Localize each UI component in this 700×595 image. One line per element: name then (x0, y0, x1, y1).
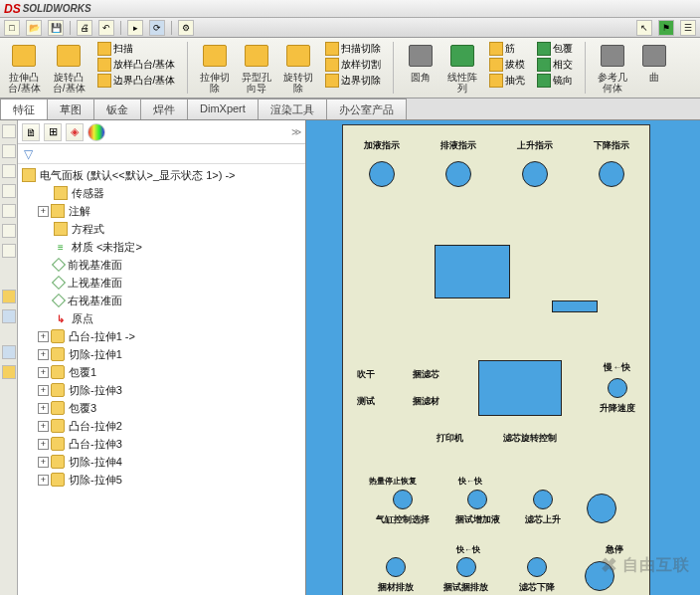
tree-item[interactable]: +切除-拉伸3 (18, 381, 305, 399)
ltb-btn-3[interactable] (2, 164, 16, 178)
qat-flag-icon[interactable]: ⚑ (658, 20, 674, 36)
tree-item[interactable]: +凸台-拉伸1 -> (18, 327, 305, 345)
tree-item[interactable]: +凸台-拉伸2 (18, 417, 305, 435)
expand-icon[interactable]: + (38, 457, 49, 468)
boundary-cut-button[interactable]: 边界切除 (325, 74, 381, 88)
tree-tab-feature-icon[interactable]: 🗎 (22, 123, 40, 141)
tree-item[interactable]: 上视基准面 (18, 274, 305, 292)
tab-特征[interactable]: 特征 (0, 99, 48, 119)
tree-item[interactable]: +注解 (18, 202, 305, 220)
draft-button[interactable]: 拔模 (489, 58, 525, 72)
tree-item[interactable]: ≡材质 <未指定> (18, 238, 305, 256)
loft-button[interactable]: 放样凸台/基体 (97, 58, 176, 72)
mirror-button[interactable]: 镜向 (537, 74, 573, 88)
extrude-button[interactable]: 拉伸凸 台/基体 (8, 72, 41, 94)
expand-icon[interactable]: + (38, 475, 49, 486)
ltb-btn-4[interactable] (2, 184, 16, 198)
hole-wizard-icon[interactable] (245, 45, 268, 67)
ltb-btn-5[interactable] (2, 204, 16, 218)
qat-save-icon[interactable]: 💾 (48, 20, 64, 36)
feature-icon (51, 437, 65, 451)
expand-icon[interactable]: + (38, 206, 49, 217)
sweep-button[interactable]: 扫描 (97, 42, 176, 56)
expand-icon[interactable]: + (38, 403, 49, 414)
qat-new-icon[interactable]: □ (4, 20, 20, 36)
cut-revolve-icon[interactable] (286, 45, 310, 67)
tree-item[interactable]: +切除-拉伸5 (18, 471, 305, 489)
cut-revolve-button[interactable]: 旋转切 除 (283, 72, 313, 94)
tree-item[interactable]: +包覆3 (18, 399, 305, 417)
ltb-btn-10[interactable] (2, 345, 16, 359)
expand-icon[interactable]: + (38, 367, 49, 378)
tab-办公室产品[interactable]: 办公室产品 (326, 99, 407, 119)
tree-item[interactable]: ↳原点 (18, 309, 305, 327)
feature-icon (51, 329, 65, 343)
ltb-btn-1[interactable] (2, 124, 16, 138)
tree-root[interactable]: 电气面板 (默认<<默认>_显示状态 1>) -> (18, 166, 305, 184)
pattern-icon[interactable] (450, 45, 474, 67)
tree-item[interactable]: 前视基准面 (18, 256, 305, 274)
tree-item[interactable]: 方程式 (18, 220, 305, 238)
qat-print-icon[interactable]: 🖨 (77, 20, 92, 36)
sweep-cut-button[interactable]: 扫描切除 (325, 42, 381, 56)
fillet-icon[interactable] (409, 45, 433, 67)
ref-geom-icon[interactable] (601, 45, 624, 67)
expand-icon[interactable]: + (38, 349, 49, 360)
tree-tab-appearance-icon[interactable] (88, 123, 105, 141)
hole-wizard-button[interactable]: 异型孔 向导 (242, 72, 271, 94)
qat-options-icon[interactable]: ⚙ (178, 20, 194, 36)
rib-button[interactable]: 筋 (489, 42, 525, 56)
feature-icon (51, 365, 65, 379)
curves-icon[interactable] (642, 45, 666, 67)
extrude-icon[interactable] (12, 45, 36, 67)
tab-焊件[interactable]: 焊件 (140, 99, 188, 119)
tree-item[interactable]: 传感器 (18, 184, 305, 202)
tree-item[interactable]: +切除-拉伸1 (18, 345, 305, 363)
watermark-x-icon: ✖ (601, 553, 618, 577)
wrap-button[interactable]: 包覆 (537, 42, 573, 56)
qat-undo-icon[interactable]: ↶ (98, 20, 114, 36)
ltb-btn-9[interactable] (2, 309, 16, 323)
intersect-button[interactable]: 相交 (537, 58, 573, 72)
tree-item[interactable]: +包覆1 (18, 363, 305, 381)
tree-collapse-icon[interactable]: ≫ (291, 126, 301, 137)
curves-button[interactable]: 曲 (649, 72, 659, 83)
pattern-button[interactable]: 线性阵 列 (447, 72, 477, 94)
qat-select-icon[interactable]: ▸ (127, 20, 143, 36)
ltb-btn-11[interactable] (2, 365, 16, 379)
revolve-button[interactable]: 旋转凸 台/基体 (53, 72, 86, 94)
tree-item-label: 包覆3 (69, 401, 96, 416)
fillet-button[interactable]: 圆角 (411, 72, 431, 83)
ref-geom-button[interactable]: 参考几 何体 (598, 72, 627, 94)
ltb-btn-8[interactable] (2, 290, 16, 303)
cut-extrude-icon[interactable] (203, 45, 227, 67)
3d-viewport[interactable]: 加液指示 排液指示 上升指示 下降指示 吹干 (306, 120, 700, 595)
tab-钣金[interactable]: 钣金 (93, 99, 141, 119)
tab-DimXpert[interactable]: DimXpert (187, 99, 259, 119)
ltb-btn-2[interactable] (2, 144, 16, 158)
ltb-btn-6[interactable] (2, 224, 16, 238)
qat-cursor-icon[interactable]: ↖ (636, 20, 652, 36)
tree-item[interactable]: +切除-拉伸4 (18, 453, 305, 471)
boundary-cut-icon (325, 74, 339, 88)
expand-icon[interactable]: + (38, 331, 49, 342)
tree-item[interactable]: 右视基准面 (18, 292, 305, 309)
tab-渲染工具[interactable]: 渲染工具 (258, 99, 327, 119)
tab-草图[interactable]: 草图 (47, 99, 94, 119)
qat-rebuild-icon[interactable]: ⟳ (149, 20, 165, 36)
ltb-btn-7[interactable] (2, 244, 16, 258)
tree-tab-display-icon[interactable]: ◈ (66, 123, 84, 141)
tree-tab-config-icon[interactable]: ⊞ (44, 123, 62, 141)
cut-extrude-button[interactable]: 拉伸切 除 (200, 72, 230, 94)
loft-cut-button[interactable]: 放样切割 (325, 58, 381, 72)
expand-icon[interactable]: + (38, 385, 49, 396)
tree-item[interactable]: +凸台-拉伸3 (18, 435, 305, 453)
filter-icon[interactable]: ▽ (24, 147, 38, 161)
qat-layers-icon[interactable]: ☰ (680, 20, 696, 36)
expand-icon[interactable]: + (38, 421, 49, 432)
shell-button[interactable]: 抽壳 (489, 74, 525, 88)
qat-open-icon[interactable]: 📂 (26, 20, 42, 36)
expand-icon[interactable]: + (38, 439, 49, 450)
boundary-button[interactable]: 边界凸台/基体 (97, 74, 176, 88)
revolve-icon[interactable] (57, 45, 81, 67)
